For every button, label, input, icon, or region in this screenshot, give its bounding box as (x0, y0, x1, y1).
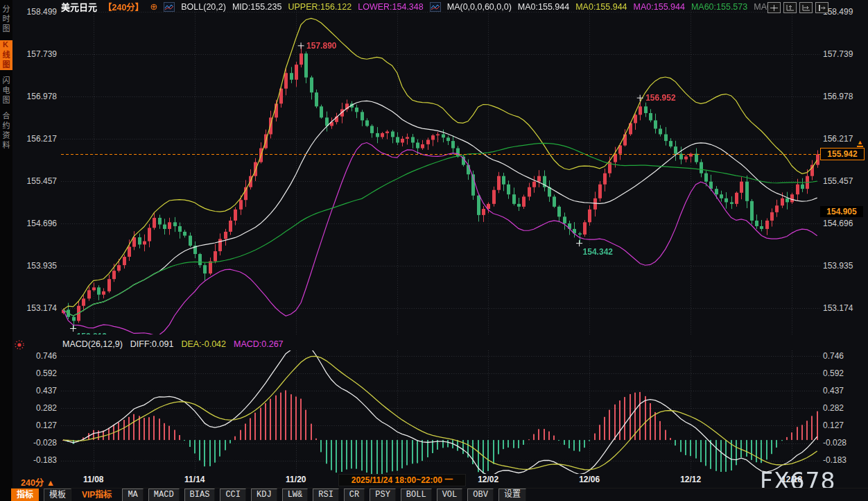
ma0-value-yellow: MA0:155.944 (575, 2, 627, 12)
chart-tool-buttons (767, 2, 828, 13)
toolbar-button[interactable]: MACD (148, 489, 180, 501)
sidebar-item[interactable]: 合约资料 (0, 112, 12, 151)
toolbar-button[interactable]: OBV (467, 489, 494, 501)
crosshair-icon[interactable] (767, 2, 781, 13)
toolbar-button[interactable]: 指标 (11, 489, 39, 501)
axis-zoom-x-icon[interactable] (799, 2, 813, 13)
record-dot-icon (14, 339, 25, 353)
last-price-box: 154.905 (820, 206, 863, 217)
axis-zoom-y-icon[interactable] (783, 2, 797, 13)
toolbar-button[interactable]: VOL (437, 489, 463, 501)
date-label: 12/02 (478, 475, 498, 484)
scroll-to-latest-icon[interactable]: ▲ (857, 139, 863, 147)
price-axis-label: 155.457 (823, 176, 867, 187)
price-axis-label: 156.978 (823, 91, 867, 102)
macd-label: MACD(26,12,9) (62, 339, 123, 349)
toolbar-button[interactable]: 设置 (498, 489, 526, 501)
add-indicator-icon[interactable]: ⊕ (150, 2, 157, 11)
boll-upper-value: UPPER:156.122 (288, 2, 351, 12)
price-axis-label: 156.978 (14, 91, 57, 102)
sidebar-item[interactable]: K线图 (0, 40, 12, 70)
current-price-value: 155.942 (827, 149, 857, 159)
macd-dea-value: DEA:-0.042 (181, 339, 226, 349)
ma60-value: MA60:155.573 (691, 2, 747, 12)
toolbar-button[interactable]: LW& (282, 489, 309, 501)
ma-mini-chart-icon (430, 2, 441, 12)
price-axis-label: 153.935 (14, 260, 57, 271)
macd-axis-label: -0.183 (14, 455, 57, 466)
bottom-toolbar: 指标模板VIP指标MAMACDBIASCCIKDJLW&RSICRPSYBOLL… (11, 488, 868, 501)
price-axis-label: 153.935 (823, 260, 867, 271)
price-axis-label: 154.696 (14, 218, 57, 229)
macd-axis-label: 0.437 (823, 385, 867, 396)
left-sidebar: 分时图K线图闪电图合约资料 (0, 0, 12, 501)
boll-mid-value: MID:155.235 (232, 2, 282, 12)
toolbar-button[interactable]: BIAS (184, 489, 216, 501)
price-axis-label: 157.739 (14, 49, 57, 60)
price-axis-label: 156.217 (14, 133, 57, 144)
current-price-box: 155.942 (820, 148, 865, 160)
macd-axis-label: 0.127 (823, 420, 867, 431)
date-label: 12/12 (680, 475, 701, 484)
sidebar-item[interactable]: 分时图 (0, 5, 12, 34)
price-axis-label: 155.457 (14, 176, 57, 187)
macd-axis-label: 0.746 (823, 350, 867, 362)
sidebar-item[interactable]: 闪电图 (0, 76, 12, 105)
toolbar-button[interactable]: CR (344, 489, 365, 501)
macd-header: MACD(26,12,9) DIFF:0.091 DEA:-0.042 MACD… (62, 339, 284, 349)
macd-chart-canvas[interactable] (61, 350, 820, 474)
macd-axis-label: 0.592 (823, 368, 867, 379)
boll-mini-chart-icon (164, 2, 175, 12)
ma0-value-white: MA0:155.944 (518, 2, 569, 12)
trading-app-window: 分时图K线图闪电图合约资料 美元日元 【240分】 ⊕ BOLL(20,2) M… (0, 0, 868, 501)
price-axis-label: 158.499 (823, 6, 867, 17)
macd-macd-value: MACD:0.267 (234, 339, 284, 349)
macd-axis-label: 0.592 (14, 368, 57, 379)
toolbar-button[interactable]: KDJ (251, 489, 277, 501)
macd-axis-label: -0.183 (823, 455, 867, 466)
ma0-value-magenta: MA0:155.944 (634, 2, 685, 12)
macd-axis-label: -0.028 (823, 437, 867, 448)
toolbar-button[interactable]: BOLL (401, 489, 432, 501)
macd-axis-label: 0.437 (14, 385, 57, 396)
price-axis-label: 153.174 (14, 303, 57, 314)
symbol-title: 美元日元 (61, 0, 97, 13)
toolbar-button[interactable]: MA (122, 489, 143, 501)
boll-label: BOLL(20,2) (181, 2, 226, 12)
macd-axis-label: 0.282 (14, 402, 57, 414)
price-axis-label: 158.499 (14, 6, 57, 17)
toolbar-button[interactable]: PSY (370, 489, 396, 501)
macd-diff-value: DIFF:0.091 (130, 339, 174, 349)
price-axis-label: 153.174 (823, 303, 867, 314)
date-label: 11/08 (83, 475, 103, 484)
last-price-value: 154.905 (826, 207, 856, 216)
period-label: 【240分】 (103, 0, 144, 13)
toolbar-button[interactable]: RSI (313, 489, 339, 501)
selected-candle-info: 2025/11/24 18:00~22:00 一 (339, 475, 465, 486)
macd-axis-label: 0.282 (823, 402, 867, 414)
price-axis-label: 154.696 (823, 218, 867, 229)
price-axis-label: 157.739 (823, 49, 867, 60)
date-label: 12/06 (579, 475, 600, 484)
date-label: 11/14 (184, 475, 205, 484)
toolbar-button[interactable]: 模板 (44, 489, 71, 501)
toolbar-button[interactable]: VIP指标 (76, 489, 117, 501)
date-label: 11/20 (286, 475, 306, 484)
macd-axis-label: 0.127 (14, 420, 57, 431)
chart-header: 美元日元 【240分】 ⊕ BOLL(20,2) MID:155.235 UPP… (61, 1, 774, 12)
price-chart-canvas[interactable] (61, 10, 820, 334)
ma-params-label: MA(0,0,0,60,0,0) (447, 2, 512, 12)
toolbar-button[interactable]: CCI (220, 489, 246, 501)
macd-axis-label: -0.028 (14, 437, 57, 448)
boll-lower-value: LOWER:154.348 (358, 2, 424, 12)
period-selector[interactable]: 240分 ▲ (21, 475, 55, 489)
shift-right-icon[interactable] (815, 2, 828, 13)
